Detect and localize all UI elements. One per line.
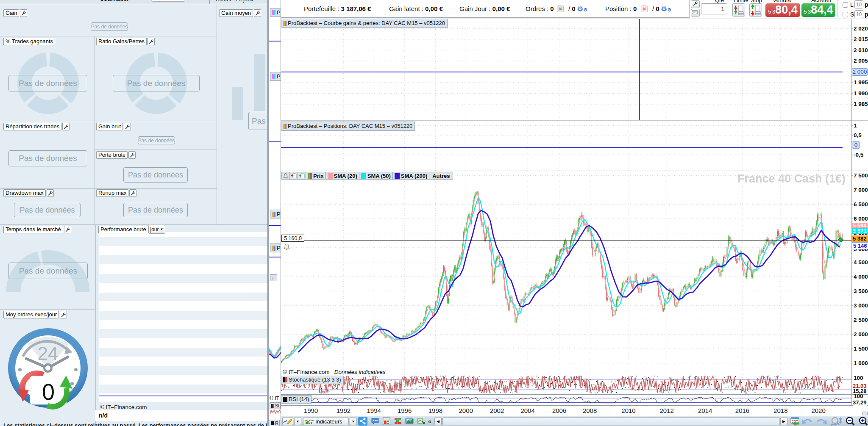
svg-text:6 000: 6 000: [854, 216, 868, 222]
svg-text:1 990: 1 990: [854, 90, 868, 97]
svg-text:2016: 2016: [735, 407, 749, 414]
svg-text:2008: 2008: [583, 407, 597, 414]
svg-text:7 500: 7 500: [854, 172, 868, 179]
svg-text:2 010: 2 010: [854, 47, 868, 53]
svg-text:2: 2: [838, 243, 841, 248]
svg-text:4 000: 4 000: [854, 274, 868, 280]
svg-text:2002: 2002: [490, 407, 504, 414]
svg-text:2018: 2018: [773, 407, 787, 414]
svg-text:24: 24: [38, 343, 58, 364]
svg-text:1 985: 1 985: [854, 101, 868, 107]
svg-text:6 500: 6 500: [854, 201, 868, 207]
svg-text:2 000: 2 000: [854, 331, 868, 337]
svg-text:2014: 2014: [698, 407, 712, 414]
svg-text:2 005: 2 005: [854, 58, 868, 64]
svg-text:1990: 1990: [304, 407, 318, 414]
svg-text:2 500: 2 500: [854, 317, 868, 323]
svg-text:France 40 Cash (1€): France 40 Cash (1€): [737, 172, 846, 185]
svg-text:2012: 2012: [660, 407, 674, 414]
svg-text:0: 0: [42, 379, 55, 404]
svg-text:1 000: 1 000: [854, 360, 868, 366]
svg-text:1996: 1996: [398, 407, 412, 414]
svg-text:-0,5: -0,5: [854, 152, 864, 158]
svg-text:2004: 2004: [520, 407, 534, 414]
svg-text:3 500: 3 500: [854, 288, 868, 294]
svg-text:100: 100: [854, 375, 863, 381]
svg-text:1 500: 1 500: [854, 346, 868, 352]
svg-text:1994: 1994: [367, 407, 381, 414]
svg-text:2006: 2006: [552, 407, 566, 414]
svg-text:7 000: 7 000: [854, 187, 868, 193]
svg-text:4 500: 4 500: [854, 259, 868, 266]
svg-text:1992: 1992: [337, 407, 351, 414]
svg-text:3 000: 3 000: [854, 302, 868, 309]
svg-text:1998: 1998: [428, 407, 442, 414]
svg-text:0,5: 0,5: [854, 132, 862, 138]
svg-text:1: 1: [854, 122, 857, 129]
svg-text:2000: 2000: [459, 407, 473, 414]
svg-text:2020: 2020: [811, 407, 825, 414]
svg-text:1 995: 1 995: [854, 79, 868, 86]
svg-text:2010: 2010: [621, 407, 635, 414]
svg-text:2 020: 2 020: [854, 25, 868, 32]
svg-text:2 015: 2 015: [854, 36, 868, 42]
